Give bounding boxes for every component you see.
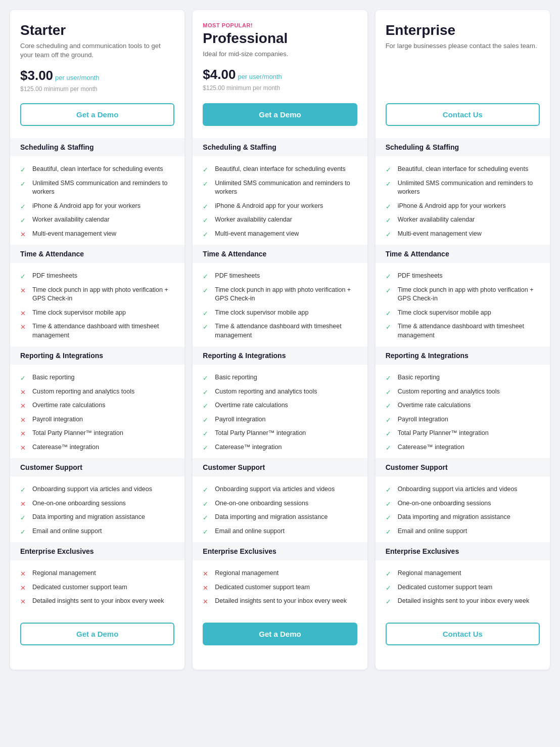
plan-price-row-starter: $3.00per user/month bbox=[20, 68, 174, 83]
feature-item: ✓Time clock supervisor mobile app bbox=[203, 306, 357, 320]
check-icon: ✓ bbox=[203, 272, 211, 280]
check-icon: ✓ bbox=[386, 597, 394, 605]
plan-card-starter: StarterCore scheduling and communication… bbox=[10, 10, 184, 670]
check-icon: ✓ bbox=[386, 230, 394, 238]
feature-text: Worker availability calendar bbox=[215, 215, 292, 225]
feature-item: ✓Time clock punch in app with photo veri… bbox=[203, 283, 357, 306]
check-icon: ✓ bbox=[386, 272, 394, 280]
cta-button-starter[interactable]: Get a Demo bbox=[20, 103, 174, 126]
check-icon: ✓ bbox=[203, 180, 211, 188]
feature-text: PDF timesheets bbox=[398, 272, 443, 281]
check-icon: ✓ bbox=[203, 402, 211, 410]
feature-item: ✓Detailed insights sent to your inbox ev… bbox=[386, 594, 540, 608]
check-icon: ✓ bbox=[203, 309, 211, 317]
feature-item: ✕Time clock supervisor mobile app bbox=[20, 306, 174, 320]
feature-item: ✕Time clock punch in app with photo veri… bbox=[20, 283, 174, 306]
feature-item: ✓Time clock supervisor mobile app bbox=[386, 306, 540, 320]
feature-item: ✓iPhone & Android app for your workers bbox=[20, 199, 174, 213]
feature-text: Unlimited SMS communication and reminder… bbox=[398, 179, 540, 197]
feature-item: ✕Dedicated customer support team bbox=[20, 581, 174, 595]
feature-text: Overtime rate calculations bbox=[398, 401, 471, 410]
bottom-cta-button-professional[interactable]: Get a Demo bbox=[203, 623, 357, 645]
check-icon: ✓ bbox=[20, 513, 28, 521]
check-icon: ✓ bbox=[203, 500, 211, 508]
feature-item: ✓Worker availability calendar bbox=[386, 213, 540, 227]
feature-item: ✓Beautiful, clean interface for scheduli… bbox=[20, 162, 174, 177]
feature-text: Data importing and migration assistance bbox=[32, 513, 145, 522]
feature-text: Caterease™ integration bbox=[32, 443, 99, 452]
feature-text: Overtime rate calculations bbox=[32, 401, 106, 410]
section-professional-2: Reporting & Integrations✓Basic reporting… bbox=[203, 346, 357, 454]
cross-icon: ✕ bbox=[20, 597, 28, 605]
check-icon: ✓ bbox=[20, 486, 28, 494]
feature-item: ✓Regional management bbox=[386, 566, 540, 581]
section-header-starter-0: Scheduling & Staffing bbox=[10, 138, 184, 156]
feature-text: Regional management bbox=[32, 569, 96, 578]
section-header-professional-2: Reporting & Integrations bbox=[193, 346, 367, 365]
cta-button-enterprise[interactable]: Contact Us bbox=[386, 103, 540, 126]
feature-item: ✓Beautiful, clean interface for scheduli… bbox=[203, 162, 357, 177]
plan-name-enterprise: Enterprise bbox=[386, 22, 540, 38]
price-minimum-professional: $125.00 minimum per month bbox=[203, 84, 357, 92]
feature-text: Email and online support bbox=[398, 527, 468, 536]
bottom-cta-starter: Get a Demo bbox=[20, 612, 174, 657]
section-starter-0: Scheduling & Staffing✓Beautiful, clean i… bbox=[20, 138, 174, 241]
cross-icon: ✕ bbox=[20, 429, 28, 437]
check-icon: ✓ bbox=[386, 584, 394, 592]
feature-text: Basic reporting bbox=[215, 373, 257, 382]
feature-text: Unlimited SMS communication and reminder… bbox=[32, 179, 174, 197]
feature-text: PDF timesheets bbox=[215, 272, 260, 281]
feature-item: ✓Worker availability calendar bbox=[20, 213, 174, 227]
feature-item: ✓Total Party Planner™ integration bbox=[203, 426, 357, 441]
cross-icon: ✕ bbox=[20, 230, 28, 238]
feature-item: ✓Onboarding support via articles and vid… bbox=[386, 482, 540, 497]
feature-text: Payroll integration bbox=[215, 415, 265, 424]
check-icon: ✓ bbox=[203, 216, 211, 224]
check-icon: ✓ bbox=[20, 528, 28, 536]
plan-description-enterprise: For large businesses please contact the … bbox=[386, 41, 540, 51]
feature-text: Dedicated customer support team bbox=[32, 583, 127, 592]
check-icon: ✓ bbox=[386, 416, 394, 424]
cross-icon: ✕ bbox=[20, 416, 28, 424]
feature-item: ✓Worker availability calendar bbox=[203, 213, 357, 227]
section-header-professional-1: Time & Attendance bbox=[193, 245, 367, 263]
feature-item: ✓PDF timesheets bbox=[386, 269, 540, 283]
feature-text: Overtime rate calculations bbox=[215, 401, 288, 410]
feature-text: Email and online support bbox=[32, 527, 102, 536]
section-professional-4: Enterprise Exclusives✕Regional managemen… bbox=[203, 542, 357, 608]
check-icon: ✓ bbox=[20, 165, 28, 173]
plan-price-row-professional: $4.00per user/month bbox=[203, 67, 357, 82]
feature-item: ✓Unlimited SMS communication and reminde… bbox=[203, 177, 357, 199]
feature-item: ✓Email and online support bbox=[20, 524, 174, 539]
feature-item: ✕Overtime rate calculations bbox=[20, 399, 174, 413]
feature-text: Payroll integration bbox=[32, 415, 83, 424]
bottom-cta-button-enterprise[interactable]: Contact Us bbox=[386, 623, 540, 645]
plan-header-professional: MOST POPULAR!ProfessionalIdeal for mid-s… bbox=[203, 22, 357, 103]
feature-text: iPhone & Android app for your workers bbox=[215, 202, 323, 211]
check-icon: ✓ bbox=[203, 374, 211, 382]
feature-text: Custom reporting and analytics tools bbox=[398, 387, 500, 397]
check-icon: ✓ bbox=[203, 286, 211, 294]
feature-item: ✓Unlimited SMS communication and reminde… bbox=[20, 177, 174, 199]
bottom-cta-button-starter[interactable]: Get a Demo bbox=[20, 623, 174, 645]
cross-icon: ✕ bbox=[20, 444, 28, 452]
price-period-professional: per user/month bbox=[238, 73, 282, 80]
feature-text: Custom reporting and analytics tools bbox=[32, 387, 134, 397]
section-header-enterprise-4: Enterprise Exclusives bbox=[376, 542, 550, 560]
feature-item: ✓Time clock punch in app with photo veri… bbox=[386, 283, 540, 306]
cta-button-professional[interactable]: Get a Demo bbox=[203, 103, 357, 126]
section-header-enterprise-2: Reporting & Integrations bbox=[376, 346, 550, 365]
section-starter-1: Time & Attendance✓PDF timesheets✕Time cl… bbox=[20, 245, 174, 342]
feature-item: ✓Dedicated customer support team bbox=[386, 581, 540, 595]
feature-text: PDF timesheets bbox=[32, 272, 77, 281]
feature-text: Time clock punch in app with photo verif… bbox=[398, 286, 540, 303]
feature-text: Email and online support bbox=[215, 527, 285, 536]
feature-item: ✓Time & attendance dashboard with timesh… bbox=[386, 320, 540, 342]
section-starter-4: Enterprise Exclusives✕Regional managemen… bbox=[20, 542, 174, 608]
check-icon: ✓ bbox=[386, 216, 394, 224]
cross-icon: ✕ bbox=[203, 569, 211, 578]
section-header-professional-3: Customer Support bbox=[193, 458, 367, 476]
feature-text: Data importing and migration assistance bbox=[398, 513, 510, 522]
check-icon: ✓ bbox=[20, 216, 28, 224]
feature-item: ✕Total Party Planner™ integration bbox=[20, 426, 174, 441]
